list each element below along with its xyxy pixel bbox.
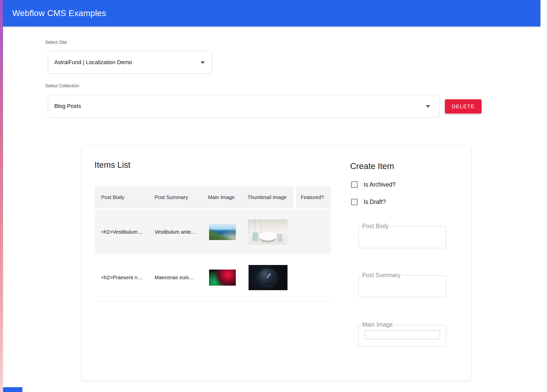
cell-main-image — [201, 224, 241, 240]
white-office-interior-photo — [249, 219, 288, 245]
cell-post-body: <h2>Vestibulum… — [94, 229, 148, 235]
partial-bottom-bar — [3, 387, 22, 392]
table-header-group: Post Body Post Summary Main Image Thumbn… — [94, 186, 294, 208]
cell-thumbnail-image — [241, 219, 296, 245]
items-list-title: Items List — [94, 160, 130, 170]
collection-select[interactable]: Blog Posts — [48, 95, 440, 118]
is-archived-checkbox-row[interactable]: Is Archived? — [351, 181, 395, 188]
post-summary-field-label: Post Summary — [361, 272, 402, 279]
chevron-down-icon — [200, 61, 205, 64]
content-card: Items List Post Body Post Summary Main I… — [81, 146, 471, 381]
table-header-group-featured: Featured? — [296, 186, 331, 208]
post-summary-field[interactable]: Post Summary — [358, 275, 446, 297]
chevron-down-icon — [426, 105, 430, 108]
is-draft-label[interactable]: Is Draft? — [364, 199, 386, 205]
delete-button[interactable]: DELETE — [445, 99, 482, 114]
post-body-field-label: Post Body — [361, 223, 390, 230]
main-image-field[interactable]: Main Image — [358, 325, 446, 347]
app-bar: Webflow CMS Examples — [3, 0, 540, 26]
select-site-label: Select Site — [45, 40, 67, 45]
cell-post-summary: Maecenas euis… — [148, 275, 201, 281]
checkbox-icon[interactable] — [351, 199, 358, 205]
column-header-featured: Featured? — [296, 194, 324, 200]
coastal-sea-photo — [209, 224, 236, 240]
is-archived-label[interactable]: Is Archived? — [364, 181, 395, 188]
collection-select-value: Blog Posts — [54, 103, 81, 109]
page: Webflow CMS Examples Select Site AstralF… — [0, 0, 547, 392]
dark-neon-red-green-photo — [209, 270, 236, 286]
page-edge-gradient — [0, 0, 3, 392]
cell-post-body: <h2>Praesent n… — [94, 275, 148, 281]
cell-thumbnail-image — [241, 265, 296, 290]
main-image-field-label: Main Image — [361, 321, 394, 328]
dark-wristwatch-photo — [249, 265, 288, 290]
column-header-post-body: Post Body — [94, 194, 148, 200]
column-header-thumbnail-image: Thumbnail image — [241, 194, 294, 200]
create-item-title: Create Item — [350, 161, 394, 171]
select-collection-label: Select Collection — [45, 83, 79, 89]
app-title: Webflow CMS Examples — [12, 8, 106, 18]
cell-main-image — [201, 270, 241, 286]
is-draft-checkbox-row[interactable]: Is Draft? — [351, 199, 386, 205]
checkbox-icon[interactable] — [351, 181, 358, 188]
site-select[interactable]: AstralFund | Localization Demo — [48, 51, 212, 74]
table-row[interactable]: <h2>Praesent n… Maecenas euis… — [94, 254, 331, 301]
post-body-field[interactable]: Post Body — [358, 226, 446, 248]
table-header-row: Post Body Post Summary Main Image Thumbn… — [94, 186, 331, 208]
cell-post-summary: Vestibulum ante… — [148, 229, 201, 235]
header-gap — [294, 186, 296, 208]
site-select-value: AstralFund | Localization Demo — [54, 59, 132, 66]
column-header-post-summary: Post Summary — [148, 194, 201, 200]
table-row[interactable]: <h2>Vestibulum… Vestibulum ante… — [94, 210, 331, 254]
items-table: Post Body Post Summary Main Image Thumbn… — [94, 186, 331, 301]
main-image-input[interactable] — [365, 330, 440, 339]
column-header-main-image: Main Image — [201, 194, 241, 200]
